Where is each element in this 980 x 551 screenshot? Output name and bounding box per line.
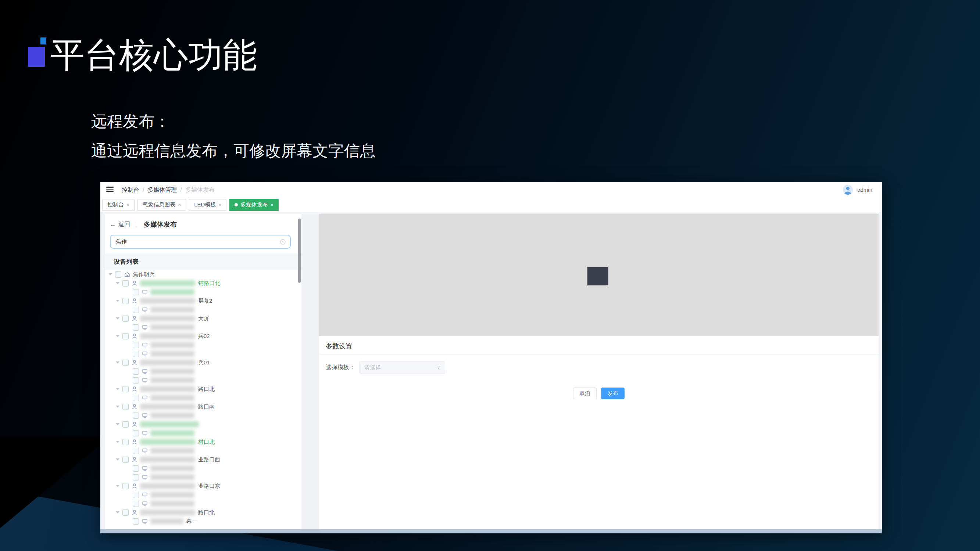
tree-checkbox[interactable] bbox=[133, 377, 139, 384]
tree-checkbox[interactable] bbox=[123, 404, 129, 410]
tree-screen-row[interactable]: 幕一 bbox=[105, 517, 301, 526]
redacted-name-blur bbox=[150, 474, 194, 480]
tree-screen-row[interactable] bbox=[105, 287, 301, 297]
tree-device-row[interactable]: 村口北 bbox=[105, 438, 301, 446]
tree-checkbox[interactable] bbox=[133, 342, 139, 348]
caret-down-icon[interactable] bbox=[108, 273, 112, 275]
tree-device-row[interactable]: 大屏 bbox=[105, 314, 301, 323]
caret-down-icon[interactable] bbox=[116, 300, 119, 302]
tree-checkbox[interactable] bbox=[133, 351, 139, 357]
screen-preview-thumbnail[interactable] bbox=[587, 267, 608, 286]
tree-checkbox[interactable] bbox=[123, 316, 129, 322]
tree-checkbox[interactable] bbox=[133, 395, 139, 401]
tree-checkbox[interactable] bbox=[123, 386, 129, 392]
screen-icon-wrap bbox=[142, 492, 148, 498]
caret-down-icon[interactable] bbox=[116, 335, 119, 337]
device-list-header: 设备列表 bbox=[105, 254, 301, 270]
close-tab-icon[interactable]: × bbox=[178, 202, 181, 208]
tree-screen-row[interactable] bbox=[105, 429, 301, 438]
tree-screen-row[interactable] bbox=[105, 376, 301, 384]
tree-device-row[interactable]: 铺路口北 bbox=[105, 279, 301, 287]
tree-checkbox[interactable] bbox=[123, 280, 129, 286]
caret-down-icon[interactable] bbox=[116, 441, 119, 443]
breadcrumb-item[interactable]: 控制台 bbox=[122, 187, 139, 193]
tree-device-row[interactable]: 路口北 bbox=[105, 384, 301, 394]
tree-checkbox[interactable] bbox=[133, 324, 139, 330]
tree-checkbox[interactable] bbox=[123, 457, 129, 463]
search-input[interactable] bbox=[111, 239, 280, 245]
tree-device-row[interactable]: 路口北 bbox=[105, 508, 301, 517]
tab-气象信息图表[interactable]: 气象信息图表× bbox=[137, 199, 186, 211]
tree-checkbox[interactable] bbox=[123, 483, 129, 489]
redacted-name-blur bbox=[150, 368, 194, 374]
caret-down-icon[interactable] bbox=[116, 511, 119, 513]
tree-checkbox[interactable] bbox=[133, 307, 139, 313]
tree-root-row[interactable]: 焦作明兵 bbox=[105, 270, 301, 279]
tree-screen-row[interactable] bbox=[105, 367, 301, 376]
publish-button[interactable]: 发布 bbox=[601, 387, 625, 399]
caret-down-icon[interactable] bbox=[116, 318, 119, 319]
tab-多媒体发布[interactable]: 多媒体发布× bbox=[229, 199, 278, 211]
tree-screen-row[interactable] bbox=[105, 411, 301, 420]
tree-checkbox[interactable] bbox=[123, 298, 129, 304]
tree-screen-row[interactable] bbox=[105, 394, 301, 402]
caret-down-icon[interactable] bbox=[116, 423, 119, 426]
tab-控制台[interactable]: 控制台× bbox=[102, 199, 135, 211]
tree-screen-row[interactable] bbox=[105, 464, 301, 473]
tree-checkbox[interactable] bbox=[133, 518, 139, 524]
caret-down-icon[interactable] bbox=[116, 362, 119, 364]
tree-checkbox[interactable] bbox=[123, 333, 129, 340]
tree-checkbox[interactable] bbox=[133, 413, 139, 419]
tree-checkbox[interactable] bbox=[133, 501, 139, 507]
tree-screen-row[interactable] bbox=[105, 473, 301, 481]
tree-checkbox[interactable] bbox=[133, 448, 139, 454]
tree-device-row[interactable]: 兵02 bbox=[105, 332, 301, 340]
caret-down-icon[interactable] bbox=[116, 388, 119, 390]
tree-screen-row[interactable] bbox=[105, 491, 301, 499]
device-user-icon bbox=[132, 421, 137, 427]
tree-screen-row[interactable] bbox=[105, 305, 301, 314]
caret-down-icon[interactable] bbox=[116, 282, 119, 284]
user-box[interactable]: admin bbox=[843, 185, 872, 195]
caret-down-icon[interactable] bbox=[116, 405, 119, 408]
tree-checkbox[interactable] bbox=[133, 474, 139, 481]
back-button[interactable]: ← 返回 bbox=[110, 221, 130, 229]
screen-device-icon bbox=[142, 430, 148, 436]
tree-screen-row[interactable] bbox=[105, 340, 301, 349]
caret-down-icon[interactable] bbox=[116, 485, 119, 487]
breadcrumb-item[interactable]: 多媒体管理 bbox=[147, 187, 177, 193]
tab-LED模板[interactable]: LED模板× bbox=[189, 199, 226, 211]
tree-device-row[interactable]: 业路口东 bbox=[105, 481, 301, 491]
tree-device-row[interactable]: 业路口西 bbox=[105, 455, 301, 464]
tree-checkbox[interactable] bbox=[133, 465, 139, 472]
tree-device-row[interactable]: 屏幕2 bbox=[105, 297, 301, 305]
header-divider bbox=[137, 221, 137, 228]
caret-down-icon[interactable] bbox=[116, 459, 119, 460]
close-tab-icon[interactable]: × bbox=[270, 202, 274, 208]
tree-screen-row[interactable] bbox=[105, 323, 301, 332]
tree-device-row[interactable] bbox=[105, 420, 301, 429]
tree-checkbox[interactable] bbox=[133, 289, 139, 295]
tree-device-row[interactable]: 路口南 bbox=[105, 402, 301, 411]
tree-checkbox[interactable] bbox=[123, 360, 129, 366]
clear-search-icon[interactable] bbox=[280, 239, 286, 245]
template-select[interactable]: 请选择 ∨ bbox=[360, 361, 445, 374]
horizontal-scrollbar[interactable] bbox=[100, 529, 882, 534]
tree-screen-row[interactable] bbox=[105, 349, 301, 358]
tree-checkbox[interactable] bbox=[133, 430, 139, 437]
tree-checkbox[interactable] bbox=[123, 421, 129, 427]
close-tab-icon[interactable]: × bbox=[126, 202, 129, 208]
tree-device-row[interactable]: 兵01 bbox=[105, 358, 301, 367]
tree-checkbox[interactable] bbox=[133, 368, 139, 375]
tree-scrollbar[interactable] bbox=[298, 219, 301, 283]
tree-screen-row[interactable] bbox=[105, 499, 301, 508]
cancel-button[interactable]: 取消 bbox=[573, 387, 597, 399]
tree-checkbox[interactable] bbox=[115, 272, 121, 278]
tree-screen-row[interactable] bbox=[105, 446, 301, 455]
redacted-name-blur bbox=[150, 395, 194, 401]
menu-collapse-icon[interactable] bbox=[106, 187, 114, 192]
tree-checkbox[interactable] bbox=[133, 492, 139, 498]
close-tab-icon[interactable]: × bbox=[218, 202, 221, 208]
tree-checkbox[interactable] bbox=[123, 439, 129, 445]
tree-checkbox[interactable] bbox=[123, 510, 129, 516]
